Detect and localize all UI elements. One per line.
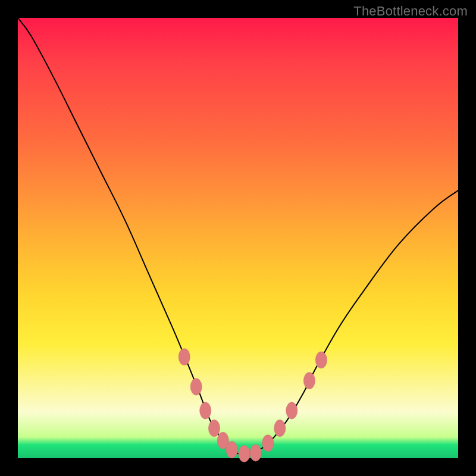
bead-marker — [178, 349, 190, 365]
bead-marker — [250, 444, 261, 461]
bead-marker — [274, 420, 286, 437]
bead-marker — [226, 441, 237, 458]
beads-group — [178, 349, 327, 462]
bead-marker — [239, 446, 250, 462]
bead-marker — [208, 420, 220, 437]
bead-marker — [315, 352, 327, 368]
chart-frame: TheBottleneck.com — [0, 0, 476, 476]
bead-marker — [262, 435, 274, 452]
bottleneck-curve — [18, 18, 458, 455]
curve-svg — [18, 18, 458, 458]
bead-marker — [200, 402, 211, 419]
bead-marker — [303, 372, 315, 389]
bead-marker — [286, 402, 298, 419]
plot-area — [18, 18, 458, 458]
bead-marker — [190, 378, 202, 395]
watermark-text: TheBottleneck.com — [353, 4, 468, 19]
